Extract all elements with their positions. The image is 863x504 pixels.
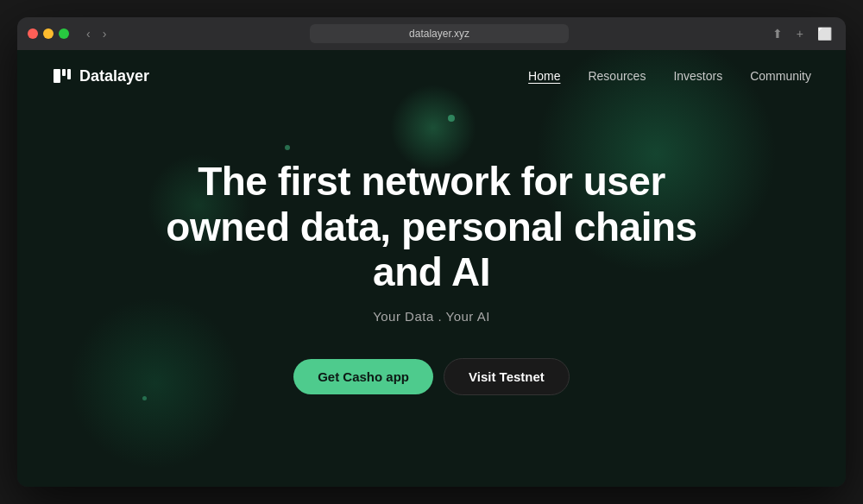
navbar: Datalayer Home Resources Investors Commu… [17, 50, 846, 102]
hero-buttons: Get Casho app Visit Testnet [293, 358, 570, 395]
website-content: Datalayer Home Resources Investors Commu… [17, 50, 846, 487]
svg-rect-0 [54, 69, 60, 83]
traffic-lights [28, 28, 69, 39]
maximize-button[interactable] [59, 28, 69, 39]
logo-icon [52, 66, 72, 86]
browser-navigation: ‹ › [83, 25, 110, 42]
svg-rect-2 [67, 69, 71, 79]
nav-link-home[interactable]: Home [528, 69, 560, 83]
hero-subtitle: Your Data . Your AI [373, 309, 490, 324]
close-button[interactable] [28, 28, 38, 39]
forward-button[interactable]: › [99, 25, 110, 42]
address-bar [117, 24, 761, 43]
minimize-button[interactable] [43, 28, 54, 39]
nav-link-resources[interactable]: Resources [588, 69, 646, 83]
visit-testnet-button[interactable]: Visit Testnet [444, 358, 570, 395]
url-input[interactable] [310, 24, 569, 43]
browser-chrome: ‹ › ⬆ + ⬜ [17, 17, 846, 50]
nav-links: Home Resources Investors Community [528, 69, 811, 83]
hero-section: The first network for user owned data, p… [17, 102, 846, 487]
browser-actions: ⬆ + ⬜ [769, 25, 835, 42]
new-tab-icon[interactable]: + [793, 25, 807, 42]
back-button[interactable]: ‹ [83, 25, 94, 42]
logo: Datalayer [52, 66, 149, 86]
get-casho-button[interactable]: Get Casho app [293, 359, 433, 394]
hero-title: The first network for user owned data, p… [138, 159, 725, 296]
nav-link-community[interactable]: Community [750, 69, 811, 83]
share-icon[interactable]: ⬆ [769, 25, 786, 42]
logo-text: Datalayer [79, 67, 149, 85]
sidebar-icon[interactable]: ⬜ [814, 25, 835, 42]
svg-rect-1 [62, 69, 66, 76]
browser-window: ‹ › ⬆ + ⬜ [17, 17, 846, 487]
nav-link-investors[interactable]: Investors [673, 69, 722, 83]
